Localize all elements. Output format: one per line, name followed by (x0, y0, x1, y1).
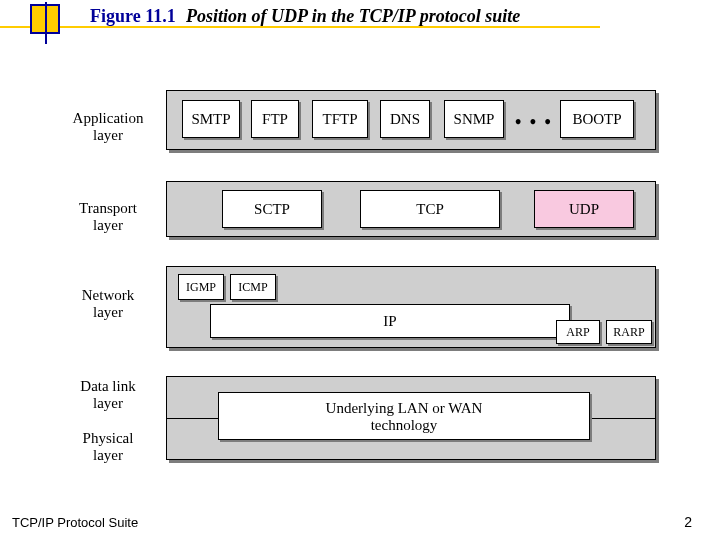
box-udp: UDP (534, 190, 634, 228)
label-transport-layer: Transportlayer (56, 200, 160, 233)
header-bullet-icon (30, 4, 60, 34)
box-arp: ARP (556, 320, 600, 344)
figure-label: Figure 11.1 (90, 6, 176, 27)
box-icmp: ICMP (230, 274, 276, 300)
header: Figure 11.1 Position of UDP in the TCP/I… (0, 0, 720, 30)
box-bootp: BOOTP (560, 100, 634, 138)
label-physical-layer: Physicallayer (56, 430, 160, 463)
footer-page-number: 2 (684, 514, 692, 530)
box-underlying-lan-wan: Underlying LAN or WANtechnology (218, 392, 590, 440)
box-smtp: SMTP (182, 100, 240, 138)
box-sctp: SCTP (222, 190, 322, 228)
box-igmp: IGMP (178, 274, 224, 300)
label-datalink-layer: Data linklayer (56, 378, 160, 411)
ellipsis-icon: • • • (515, 112, 553, 133)
box-ip: IP (210, 304, 570, 338)
footer-title: TCP/IP Protocol Suite (12, 515, 138, 530)
label-network-layer: Networklayer (56, 287, 160, 320)
box-snmp: SNMP (444, 100, 504, 138)
box-tftp: TFTP (312, 100, 368, 138)
box-ftp: FTP (251, 100, 299, 138)
slide: Figure 11.1 Position of UDP in the TCP/I… (0, 0, 720, 540)
box-tcp: TCP (360, 190, 500, 228)
box-rarp: RARP (606, 320, 652, 344)
box-dns: DNS (380, 100, 430, 138)
figure-title: Position of UDP in the TCP/IP protocol s… (186, 6, 520, 27)
label-application-layer: Applicationlayer (56, 110, 160, 143)
